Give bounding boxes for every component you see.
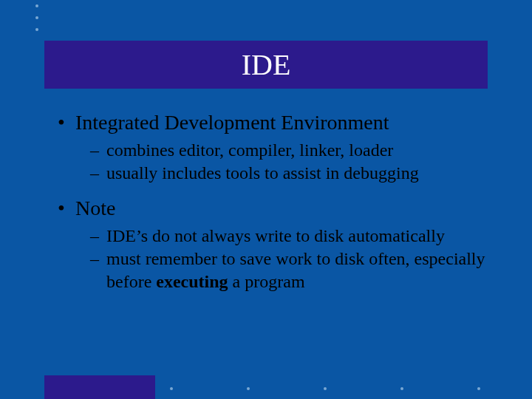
sub-bullet-suffix: a program	[228, 272, 305, 291]
bullet-text: Note	[75, 197, 115, 219]
dot-icon	[477, 387, 480, 390]
decoration-bottom-bar	[44, 375, 155, 399]
dot-icon	[35, 16, 38, 19]
title-bar: IDE	[44, 41, 488, 89]
sub-bullet-text: IDE’s do not always write to disk automa…	[106, 226, 445, 245]
sub-bullet-item: usually includes tools to assist in debu…	[90, 162, 501, 185]
slide-content: Integrated Development Environment combi…	[58, 109, 501, 304]
decoration-dots-bottom	[170, 387, 480, 390]
sub-bullet-bold: executing	[156, 272, 228, 291]
sub-bullet-item: IDE’s do not always write to disk automa…	[90, 225, 501, 248]
sub-bullet-text: usually includes tools to assist in debu…	[106, 163, 419, 183]
sub-bullet-item: must remember to save work to disk often…	[90, 248, 501, 293]
dot-icon	[400, 387, 403, 390]
sub-bullet-text: combines editor, compiler, linker, loade…	[106, 140, 393, 160]
bullet-text: Integrated Development Environment	[75, 111, 389, 134]
slide-title: IDE	[242, 47, 291, 82]
dot-icon	[35, 28, 38, 31]
sub-bullet-item: combines editor, compiler, linker, loade…	[90, 139, 501, 162]
slide: IDE Integrated Development Environment c…	[0, 0, 532, 399]
dot-icon	[247, 387, 250, 390]
bullet-item: Integrated Development Environment combi…	[58, 109, 501, 185]
bullet-item: Note IDE’s do not always write to disk a…	[58, 195, 501, 293]
dot-icon	[35, 4, 38, 7]
dot-icon	[324, 387, 327, 390]
dot-icon	[170, 387, 173, 390]
decoration-dots-top	[35, 4, 38, 31]
